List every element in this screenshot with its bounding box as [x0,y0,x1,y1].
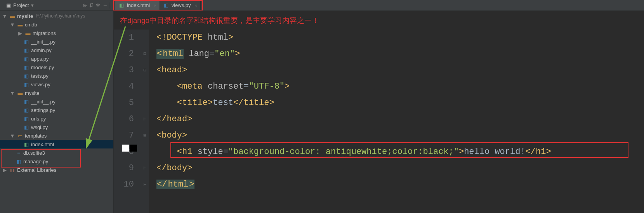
tree-file[interactable]: ◧urls.py [0,114,113,123]
chevron-down-icon[interactable]: ▼ [2,13,8,19]
line-number[interactable]: 10 [114,176,141,193]
tab-views-py[interactable]: ◧ views.py × [160,1,201,10]
python-file-icon: ◧ [163,2,169,8]
tree-folder-migrations[interactable]: ▶ ▬ migrations [0,29,113,37]
code-editor[interactable]: 在django中目录的名字和结构很重要，是主要学习内容之一！ 1 2 3 4 5… [114,11,644,213]
chevron-down-icon[interactable]: ▼ [9,22,16,28]
collapse-icon[interactable]: ⇵ [89,2,94,8]
line-number[interactable]: 1 [114,30,141,46]
top-toolbar: ▣ Project ▾ ⊕ ⇵ ✲ →│ ◧ index.html × ◧ vi… [0,0,644,11]
tree-label: mysite [25,90,40,96]
tree-file-index-html[interactable]: ◧index.html [0,140,113,148]
locate-icon[interactable]: ⊕ [83,2,87,8]
line-number-gutter: 1 2 3 4 5 6 7 8 9 10 [114,30,141,213]
python-file-icon: ◧ [16,159,22,164]
fold-end: ⊢ [141,160,149,176]
project-tree[interactable]: ▼ ▬ mysite F:\Python\pycharm\mys ▼ ▬ cmd… [0,11,114,213]
tree-folder-mysite[interactable]: ▼ ▬ mysite [0,89,113,97]
code-line[interactable]: </html> [149,176,644,193]
folder-icon: ▭ [17,133,23,139]
project-pane-header: ▣ Project ▾ ⊕ ⇵ ✲ →│ [0,0,114,10]
tree-file[interactable]: ◧apps.py [0,54,113,63]
python-file-icon: ◧ [23,107,30,113]
python-file-icon: ◧ [23,124,30,130]
code-area: 1 2 3 4 5 6 7 8 9 10 ⊟⊟⊢⊟⊢⊢ <!DOCTYPE ht… [114,30,644,213]
tab-index-html[interactable]: ◧ index.html × [115,1,160,10]
close-icon[interactable]: × [154,3,156,8]
tree-file[interactable]: ◧tests.py [0,72,113,80]
tree-file[interactable]: ◧__init__.py [0,37,113,46]
html-file-icon: ◧ [118,2,125,8]
fold-toggle[interactable]: ⊟ [141,127,149,144]
tree-file[interactable]: ◧settings.py [0,106,113,114]
code-line[interactable]: <!DOCTYPE html> [149,30,644,46]
code-line[interactable]: <body> [149,127,644,144]
line-number[interactable]: 9 [114,160,141,176]
tree-file-manage[interactable]: ◧manage.py [0,157,113,166]
code-lines[interactable]: <!DOCTYPE html> <html lang="en"> <head> … [149,30,644,213]
change-markers [122,145,137,152]
html-file-icon: ◧ [23,141,30,147]
code-line[interactable]: <html lang="en"> [149,46,644,62]
code-line[interactable]: </body> [149,160,644,176]
tree-folder-cmdb[interactable]: ▼ ▬ cmdb [0,20,113,29]
fold-end: ⊢ [141,176,149,193]
fold-toggle[interactable]: ⊟ [141,62,149,79]
code-line[interactable]: <title>test</title> [149,95,644,111]
tree-file[interactable]: ◧admin.py [0,46,113,54]
chevron-right-icon[interactable]: ▶ [17,30,23,36]
tree-path: F:\Python\pycharm\mys [36,13,85,19]
fold-toggle[interactable]: ⊟ [141,46,149,62]
hide-icon[interactable]: →│ [102,2,111,8]
tree-root[interactable]: ▼ ▬ mysite F:\Python\pycharm\mys [0,12,113,20]
tree-label: models.py [31,65,54,70]
python-file-icon: ◧ [23,56,30,62]
line-number[interactable]: 2 [114,46,141,62]
fold-end: ⊢ [141,111,149,127]
line-number[interactable]: 7 [114,127,141,144]
tab-label: index.html [127,2,150,8]
library-icon: ⫿⫿ [9,167,16,173]
tree-file[interactable]: ◧views.py [0,80,113,89]
code-line[interactable]: </head> [149,111,644,127]
python-file-icon: ◧ [23,73,30,79]
tree-label: migrations [33,30,56,36]
folder-icon: ▬ [9,13,16,19]
code-line[interactable]: <h1 style="background-color: antiquewhit… [149,144,644,160]
chevron-down-icon[interactable]: ▼ [9,133,16,139]
annotation-text: 在django中目录的名字和结构很重要，是主要学习内容之一！ [114,11,644,30]
project-label: Project [13,2,29,8]
line-number[interactable]: 4 [114,79,141,95]
project-dropdown[interactable]: ▣ Project ▾ [3,2,36,9]
tree-label: urls.py [31,116,46,122]
chevron-down-icon[interactable]: ▼ [9,90,16,96]
tree-label: wsgi.py [31,124,48,130]
tree-file[interactable]: ◧__init__.py [0,97,113,106]
code-line[interactable]: <head> [149,62,644,79]
line-number[interactable]: 3 [114,62,141,79]
python-file-icon: ◧ [23,47,30,53]
tree-label: mysite [17,13,33,19]
tree-external-libraries[interactable]: ▶ ⫿⫿ External Libraries [0,166,113,174]
tree-file-db[interactable]: ≡db.sqlite3 [0,148,113,157]
python-file-icon: ◧ [23,65,30,70]
tree-label: cmdb [25,22,37,28]
database-icon: ≡ [16,150,22,156]
tree-file[interactable]: ◧models.py [0,63,113,72]
line-number[interactable]: 6 [114,111,141,127]
tree-folder-templates[interactable]: ▼ ▭ templates [0,131,113,140]
tree-label: apps.py [31,56,49,62]
close-icon[interactable]: × [195,3,197,8]
fold-gutter: ⊟⊟⊢⊟⊢⊢ [141,30,149,213]
gear-icon[interactable]: ✲ [96,2,100,8]
line-number[interactable]: 5 [114,95,141,111]
tab-label: views.py [172,2,191,8]
tree-file[interactable]: ◧wsgi.py [0,123,113,131]
code-line[interactable]: <meta charset="UTF-8"> [149,79,644,95]
main-area: ▼ ▬ mysite F:\Python\pycharm\mys ▼ ▬ cmd… [0,11,644,213]
tree-label: __init__.py [31,99,56,105]
chevron-right-icon[interactable]: ▶ [2,167,8,173]
tree-label: tests.py [31,73,49,79]
tree-label: __init__.py [31,39,56,45]
tree-label: views.py [31,82,50,87]
